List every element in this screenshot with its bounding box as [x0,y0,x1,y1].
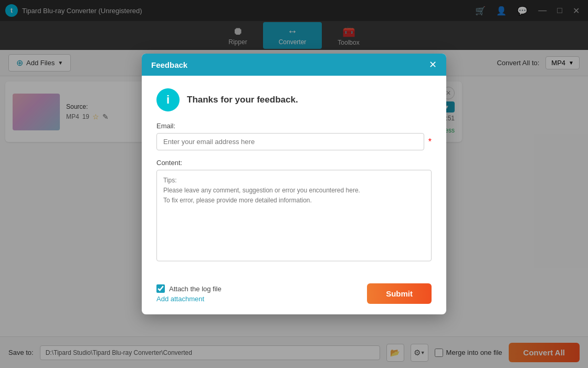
feedback-thanks-text: Thanks for your feedback. [187,95,298,105]
content-label: Content: [156,159,432,167]
attach-area: Attach the log file [156,284,222,293]
email-label: Email: [156,122,432,130]
modal-footer: Attach the log file Add attachment Submi… [142,276,446,314]
submit-button[interactable]: Submit [367,283,432,304]
info-circle-icon: i [156,88,180,111]
attach-section: Attach the log file Add attachment [156,284,222,303]
attach-log-checkbox[interactable] [156,284,165,293]
attach-label: Attach the log file [169,285,222,293]
required-star: * [428,137,432,147]
email-input[interactable] [156,133,424,150]
content-textarea[interactable] [156,170,432,261]
email-row: * [156,133,432,150]
add-attachment-link[interactable]: Add attachment [156,295,222,303]
modal-close-button[interactable]: ✕ [429,60,437,69]
modal-overlay: Feedback ✕ i Thanks for your feedback. E… [0,0,588,368]
feedback-header: i Thanks for your feedback. [156,88,432,111]
modal-title: Feedback [151,60,187,69]
feedback-modal: Feedback ✕ i Thanks for your feedback. E… [142,54,446,314]
modal-header: Feedback ✕ [142,54,446,76]
modal-body: i Thanks for your feedback. Email: * Con… [142,76,446,276]
